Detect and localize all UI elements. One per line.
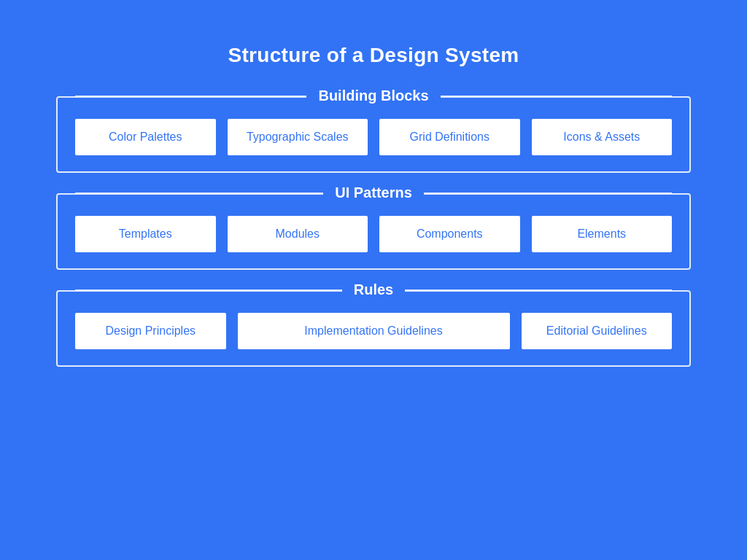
ui-patterns-items: Templates Modules Components Elements bbox=[75, 216, 672, 252]
section-line-left bbox=[75, 192, 323, 194]
section-line-right bbox=[424, 192, 672, 194]
ui-patterns-title-row: UI Patterns bbox=[75, 184, 672, 201]
rules-section: Rules Design Principles Implementation G… bbox=[56, 290, 691, 367]
section-line-right bbox=[441, 96, 672, 97]
ui-patterns-section: UI Patterns Templates Modules Components… bbox=[56, 193, 691, 270]
implementation-guidelines-box[interactable]: Implementation Guidelines bbox=[238, 313, 510, 349]
rules-title: Rules bbox=[342, 281, 405, 298]
building-blocks-items: Color Palettes Typographic Scales Grid D… bbox=[75, 119, 672, 155]
building-blocks-title: Building Blocks bbox=[306, 88, 440, 104]
section-line-left bbox=[75, 96, 306, 97]
modules-box[interactable]: Modules bbox=[228, 216, 368, 252]
building-blocks-section: Building Blocks Color Palettes Typograph… bbox=[56, 96, 691, 173]
section-line-right bbox=[405, 289, 672, 291]
typographic-scales-box[interactable]: Typographic Scales bbox=[228, 119, 368, 155]
design-principles-box[interactable]: Design Principles bbox=[75, 313, 226, 349]
color-palettes-box[interactable]: Color Palettes bbox=[75, 119, 216, 155]
rules-items: Design Principles Implementation Guideli… bbox=[75, 313, 672, 349]
page-title: Structure of a Design System bbox=[228, 44, 519, 67]
section-line-left bbox=[75, 289, 342, 291]
ui-patterns-title: UI Patterns bbox=[323, 184, 424, 201]
icons-assets-box[interactable]: Icons & Assets bbox=[532, 119, 673, 155]
building-blocks-title-row: Building Blocks bbox=[75, 88, 672, 104]
rules-title-row: Rules bbox=[75, 281, 672, 298]
grid-definitions-box[interactable]: Grid Definitions bbox=[379, 119, 520, 155]
templates-box[interactable]: Templates bbox=[75, 216, 216, 252]
elements-box[interactable]: Elements bbox=[532, 216, 673, 252]
components-box[interactable]: Components bbox=[379, 216, 520, 252]
editorial-guidelines-box[interactable]: Editorial Guidelines bbox=[522, 313, 673, 349]
